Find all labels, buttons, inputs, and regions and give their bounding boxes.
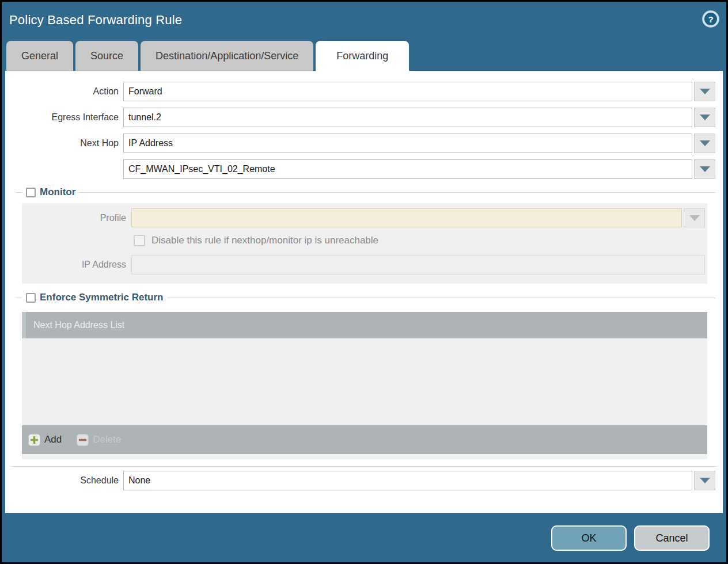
chevron-down-icon <box>700 89 710 94</box>
next-hop-address-list-table: Next Hop Address List Add Delete <box>22 312 707 459</box>
action-row: Action Forward <box>5 82 723 101</box>
egress-interface-label: Egress Interface <box>5 112 123 123</box>
legend-line <box>79 192 715 193</box>
delete-button-label: Delete <box>93 434 121 445</box>
dialog-footer: OK Cancel <box>2 509 726 562</box>
next-hop-address-list-toolbar: Add Delete <box>22 425 707 454</box>
tab-source[interactable]: Source <box>75 41 138 71</box>
monitor-legend-label: Monitor <box>40 186 75 198</box>
egress-interface-select[interactable]: tunnel.2 <box>123 108 692 127</box>
action-label: Action <box>5 86 123 97</box>
next-hop-label: Next Hop <box>5 138 123 148</box>
add-button-label: Add <box>44 434 62 445</box>
profile-label: Profile <box>22 213 131 223</box>
legend-line <box>16 298 22 298</box>
next-hop-address-list-column-header[interactable]: Next Hop Address List <box>22 312 707 338</box>
minus-icon <box>77 434 89 446</box>
tab-forwarding[interactable]: Forwarding <box>316 41 409 71</box>
enforce-symmetric-return-checkbox[interactable] <box>26 293 36 303</box>
monitor-checkbox[interactable] <box>26 188 36 197</box>
chevron-down-icon <box>700 166 710 172</box>
legend-line <box>167 298 715 298</box>
section-divider <box>11 466 717 467</box>
legend-line <box>16 192 22 193</box>
egress-interface-row: Egress Interface tunnel.2 <box>5 108 723 127</box>
delete-button: Delete <box>77 434 121 446</box>
schedule-dropdown-button[interactable] <box>694 471 715 490</box>
monitor-ip-address-input <box>131 255 705 275</box>
egress-interface-dropdown-button[interactable] <box>694 108 715 127</box>
dialog-title: Policy Based Forwarding Rule <box>9 13 182 28</box>
action-dropdown-button[interactable] <box>694 82 715 101</box>
action-select[interactable]: Forward <box>123 82 692 101</box>
next-hop-address-dropdown-button[interactable] <box>694 159 715 179</box>
profile-select <box>131 208 682 227</box>
schedule-label: Schedule <box>5 475 123 486</box>
next-hop-row: Next Hop IP Address <box>5 134 723 153</box>
schedule-row: Schedule None <box>5 471 723 490</box>
enforce-symmetric-return-legend-label: Enforce Symmetric Return <box>40 292 163 303</box>
chevron-down-icon <box>700 140 710 146</box>
disable-rule-row: Disable this rule if nexthop/monitor ip … <box>134 235 707 246</box>
next-hop-address-select[interactable]: CF_MWAN_IPsec_VTI_02_Remote <box>123 159 692 179</box>
plus-icon <box>28 434 40 446</box>
column-resize-grip[interactable] <box>22 312 26 338</box>
tab-general[interactable]: General <box>6 41 73 71</box>
title-bar: Policy Based Forwarding Rule ? <box>2 2 726 39</box>
tab-destination-application-service[interactable]: Destination/Application/Service <box>141 41 313 71</box>
cancel-button[interactable]: Cancel <box>634 525 710 551</box>
monitor-ip-address-label: IP Address <box>22 260 131 270</box>
enforce-symmetric-return-legend: Enforce Symmetric Return <box>16 292 715 303</box>
ok-button[interactable]: OK <box>551 525 627 551</box>
disable-rule-checkbox <box>134 235 145 246</box>
tab-bar: General Source Destination/Application/S… <box>6 41 409 71</box>
next-hop-type-select[interactable]: IP Address <box>123 134 692 153</box>
chevron-down-icon <box>700 478 710 483</box>
disable-rule-label: Disable this rule if nexthop/monitor ip … <box>151 235 378 246</box>
chevron-down-icon <box>700 115 710 120</box>
forwarding-tab-panel: Action Forward Egress Interface tunnel.2… <box>5 71 723 513</box>
monitor-body: Profile Disable this rule if nexthop/mon… <box>22 203 707 284</box>
monitor-ip-address-row: IP Address <box>22 255 707 275</box>
add-button[interactable]: Add <box>28 434 62 446</box>
pbf-rule-dialog: { "dialog": { "title": "Policy Based For… <box>0 0 728 564</box>
chevron-down-icon <box>689 215 700 221</box>
monitor-legend: Monitor <box>16 186 715 198</box>
profile-dropdown-button <box>684 208 705 227</box>
schedule-select[interactable]: None <box>123 471 692 490</box>
next-hop-address-row: CF_MWAN_IPsec_VTI_02_Remote <box>5 159 723 179</box>
next-hop-address-list-header-label: Next Hop Address List <box>33 320 124 330</box>
help-icon[interactable]: ? <box>703 11 719 27</box>
profile-row: Profile <box>22 208 707 227</box>
next-hop-dropdown-button[interactable] <box>694 134 715 153</box>
next-hop-address-list-rows[interactable] <box>22 338 707 425</box>
